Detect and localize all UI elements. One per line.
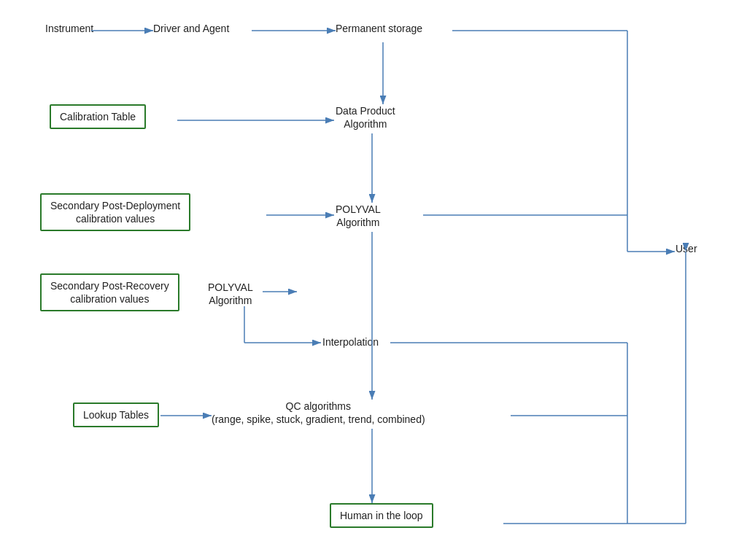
qc-algorithms-node: QC algorithms(range, spike, stuck, gradi… [212, 400, 425, 426]
secondary-post-deployment-box: Secondary Post-Deploymentcalibration val… [40, 193, 190, 231]
polyval2-node: POLYVALAlgorithm [208, 281, 253, 307]
polyval1-node: POLYVALAlgorithm [336, 203, 381, 229]
interpolation-node: Interpolation [322, 335, 379, 349]
instrument-node: Instrument [45, 22, 93, 35]
data-product-node: Data ProductAlgorithm [336, 104, 395, 131]
instrument-label: Instrument [45, 23, 93, 34]
driver-agent-label: Driver and Agent [153, 23, 229, 34]
human-in-loop-label: Human in the loop [340, 510, 423, 521]
lookup-tables-label: Lookup Tables [83, 409, 149, 421]
diagram-container: Instrument Driver and Agent Permanent st… [0, 0, 747, 560]
data-product-label: Data ProductAlgorithm [336, 105, 395, 130]
lookup-tables-node: Lookup Tables [73, 402, 159, 427]
permanent-storage-label: Permanent storage [336, 23, 422, 34]
human-in-loop-box: Human in the loop [330, 503, 433, 528]
secondary-post-recovery-box: Secondary Post-Recoverycalibration value… [40, 273, 179, 311]
secondary-post-recovery-node: Secondary Post-Recoverycalibration value… [40, 273, 179, 311]
calibration-table-node: Calibration Table [50, 104, 146, 129]
user-label: User [676, 243, 697, 254]
calibration-table-label: Calibration Table [60, 111, 136, 122]
polyval2-label: POLYVALAlgorithm [208, 281, 253, 306]
user-node: User [676, 242, 697, 255]
driver-agent-node: Driver and Agent [153, 22, 229, 35]
qc-algorithms-label: QC algorithms(range, spike, stuck, gradi… [212, 400, 425, 425]
secondary-post-deployment-label: Secondary Post-Deploymentcalibration val… [50, 200, 180, 225]
human-in-loop-node: Human in the loop [330, 503, 433, 528]
polyval1-label: POLYVALAlgorithm [336, 203, 381, 228]
permanent-storage-node: Permanent storage [336, 22, 422, 35]
lookup-tables-box: Lookup Tables [73, 402, 159, 427]
calibration-table-box: Calibration Table [50, 104, 146, 129]
secondary-post-deployment-node: Secondary Post-Deploymentcalibration val… [40, 193, 190, 231]
interpolation-label: Interpolation [322, 336, 379, 348]
secondary-post-recovery-label: Secondary Post-Recoverycalibration value… [50, 280, 169, 305]
